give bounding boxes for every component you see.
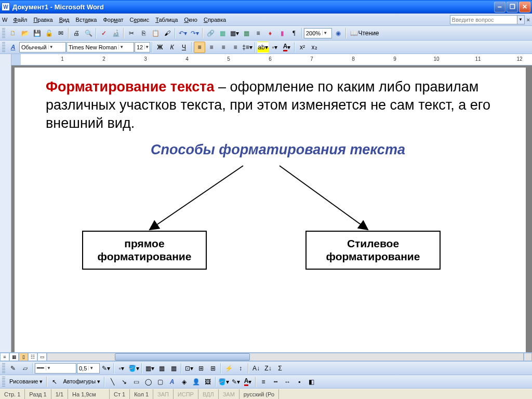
styles-pane-icon[interactable]: A	[7, 42, 19, 53]
border-menu-icon[interactable]: ▫▾	[116, 363, 127, 374]
copy-icon[interactable]: ⎘	[138, 28, 149, 39]
minimize-button[interactable]: ‒	[494, 2, 506, 12]
open-icon[interactable]: 📂	[19, 28, 31, 39]
status-trk[interactable]: ИСПР	[174, 389, 198, 399]
outline-view-icon[interactable]: ☷	[28, 353, 37, 361]
menu-view[interactable]: Вид	[56, 16, 73, 24]
read-mode-button[interactable]: 📖 Чтение	[348, 28, 381, 39]
line-icon[interactable]: ╲	[107, 376, 118, 388]
wordart-icon[interactable]: A	[166, 376, 178, 388]
menu-insert[interactable]: Вставка	[73, 16, 100, 24]
distribute-rows-icon[interactable]: ⊞	[195, 363, 207, 374]
help-dropdown-icon[interactable]: ▼	[517, 15, 525, 24]
toolbar-grip[interactable]	[2, 363, 5, 374]
insert-table-icon[interactable]: ▦▾	[229, 28, 240, 39]
print-view-icon[interactable]: ▯	[19, 353, 28, 361]
paragraph-1[interactable]: Форматирование текста – оформление по ка…	[46, 78, 495, 132]
fill-color-icon[interactable]: 🪣▾	[128, 363, 140, 374]
document-page[interactable]: Форматирование текста – оформление по ка…	[15, 68, 526, 352]
columns-icon[interactable]: ≡	[252, 28, 264, 39]
style-combo[interactable]: Обычный▼	[19, 42, 66, 52]
diagram-box-right[interactable]: Стилевое форматирование	[305, 231, 441, 269]
highlight-button[interactable]: ab▾	[257, 42, 269, 53]
align-right-button[interactable]: ≡	[218, 42, 229, 53]
3d-icon[interactable]: ◧	[305, 376, 317, 388]
maximize-button[interactable]: ❐	[507, 2, 518, 12]
help-search-input[interactable]	[450, 15, 517, 24]
font-combo[interactable]: Times New Roman▼	[66, 42, 134, 52]
underline-button[interactable]: Ч	[178, 42, 190, 53]
zoom-combo[interactable]: 200%▼	[304, 28, 332, 38]
distribute-cols-icon[interactable]: ⊞	[207, 363, 219, 374]
excel-icon[interactable]: ▦	[241, 28, 252, 39]
line-style-icon[interactable]: ≡	[258, 376, 269, 388]
drawing-menu[interactable]: Рисование ▾	[7, 378, 45, 385]
status-lang[interactable]: русский (Ро	[240, 389, 279, 399]
fill-color-icon2[interactable]: 🪣▾	[218, 376, 230, 388]
vertical-ruler[interactable]	[0, 54, 11, 352]
save-icon[interactable]: 💾	[31, 28, 43, 39]
merge-cells-icon[interactable]: ▦	[156, 363, 167, 374]
italic-button[interactable]: К	[166, 42, 178, 53]
menu-tools[interactable]: Сервис	[127, 16, 153, 24]
format-painter-icon[interactable]: 🖌	[162, 28, 173, 39]
subheading[interactable]: Способы форматирования текста	[61, 142, 495, 158]
menu-table[interactable]: Таблица	[152, 16, 181, 24]
close-button[interactable]: ✕	[519, 2, 530, 12]
autofigures-menu[interactable]: Автофигуры ▾	[61, 378, 102, 385]
shadow-icon[interactable]: ▪	[294, 376, 305, 388]
status-ext[interactable]: ВДЛ	[198, 389, 219, 399]
autoformat-icon[interactable]: ⚡	[223, 363, 234, 374]
subscript-button[interactable]: x₂	[309, 42, 320, 53]
picture-icon[interactable]: 🖼	[202, 376, 214, 388]
text-direction-icon[interactable]: ↕	[235, 363, 246, 374]
drawing-toolbar-icon[interactable]: ♦	[264, 28, 276, 39]
font-color-button[interactable]: A▾	[281, 42, 292, 53]
toolbar-grip[interactable]	[2, 42, 5, 52]
align-cell-icon[interactable]: ⊡▾	[183, 363, 195, 374]
split-cells-icon[interactable]: ▦	[168, 363, 179, 374]
align-left-button[interactable]: ≡	[194, 42, 205, 53]
horizontal-scrollbar[interactable]	[47, 353, 524, 361]
line-style-combo[interactable]: ━━▼	[35, 363, 76, 374]
help-close-button[interactable]: ×	[527, 17, 530, 23]
insert-table-icon2[interactable]: ▦▾	[144, 363, 155, 374]
select-objects-icon[interactable]: ↖	[49, 376, 60, 388]
line-color-icon[interactable]: ✎▾	[230, 376, 242, 388]
font-color-icon2[interactable]: A▾	[242, 376, 254, 388]
hyperlink-icon[interactable]: 🔗	[205, 28, 216, 39]
textbox-icon[interactable]: ▢	[154, 376, 166, 388]
bold-button[interactable]: Ж	[154, 42, 166, 53]
toolbar-grip[interactable]	[2, 28, 5, 38]
line-spacing-button[interactable]: ‡≡▾	[242, 42, 253, 53]
sort-desc-icon[interactable]: Z↓	[262, 363, 274, 374]
font-size-combo[interactable]: 12▼	[135, 42, 150, 52]
scroll-thumb[interactable]	[115, 353, 250, 361]
menu-format[interactable]: Формат	[100, 16, 126, 24]
sort-asc-icon[interactable]: A↓	[250, 363, 262, 374]
menu-window[interactable]: Окно	[181, 16, 201, 24]
undo-icon[interactable]: ↶▾	[177, 28, 189, 39]
menu-help[interactable]: Справка	[201, 16, 229, 24]
menu-file[interactable]: Файл	[10, 16, 30, 24]
docmap-icon[interactable]: ▮	[276, 28, 288, 39]
print-icon[interactable]: 🖨	[71, 28, 82, 39]
dash-style-icon[interactable]: ┅	[270, 376, 281, 388]
reading-view-icon[interactable]: ▭	[37, 353, 47, 361]
word-help-icon[interactable]: ◉	[332, 28, 344, 39]
toolbar-grip[interactable]	[2, 377, 5, 387]
autosum-icon[interactable]: Σ	[274, 363, 286, 374]
print-preview-icon[interactable]: 🔍	[83, 28, 94, 39]
border-color-icon[interactable]: ✎▾	[100, 363, 112, 374]
arrow-style-icon[interactable]: ↔	[282, 376, 293, 388]
tables-borders-icon[interactable]: ▦	[217, 28, 228, 39]
status-ovr[interactable]: ЗАМ	[219, 389, 240, 399]
status-rec[interactable]: ЗАП	[153, 389, 174, 399]
doc-icon[interactable]: W	[2, 17, 7, 23]
arrow-icon[interactable]: ↘	[118, 376, 130, 388]
cut-icon[interactable]: ✂	[126, 28, 137, 39]
show-hide-icon[interactable]: ¶	[288, 28, 300, 39]
paste-icon[interactable]: 📋	[150, 28, 161, 39]
clipart-icon[interactable]: 👤	[190, 376, 202, 388]
email-icon[interactable]: ✉	[55, 28, 66, 39]
